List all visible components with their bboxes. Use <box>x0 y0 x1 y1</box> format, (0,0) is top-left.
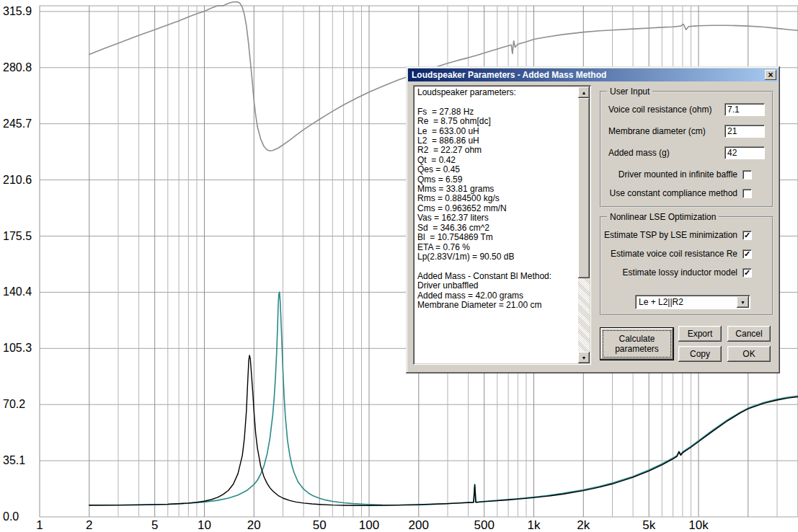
dialog-titlebar[interactable]: Loudspeaker Parameters - Added Mass Meth… <box>408 68 778 81</box>
y-tick-label: 140.4 <box>3 285 32 298</box>
checkbox-row: Estimate lossy inductor model ✓ <box>606 267 752 278</box>
x-tick-label: 5 <box>151 518 158 532</box>
voice-coil-resistance-label: Voice coil resistance (ohm) <box>608 105 711 115</box>
copy-button[interactable]: Copy <box>678 346 722 362</box>
x-tick-label: 1k <box>528 518 541 532</box>
user-input-group: User Input Voice coil resistance (ohm) M… <box>600 91 773 208</box>
limp-application-window: 1251020501002005001k2k5k10k0.035.170.210… <box>0 0 798 532</box>
ok-button[interactable]: OK <box>727 346 771 362</box>
added-mass-label: Added mass (g) <box>608 148 670 158</box>
export-button[interactable]: Export <box>678 326 722 342</box>
scrollbar-thumb[interactable] <box>578 98 590 278</box>
scroll-up-icon: ▲ <box>582 90 587 95</box>
y-tick-label: 245.7 <box>3 118 32 130</box>
membrane-diameter-label: Membrane diameter (cm) <box>608 126 706 136</box>
y-tick-label: 70.2 <box>3 398 25 410</box>
dialog-title: Loudspeaker Parameters - Added Mass Meth… <box>412 70 606 80</box>
constant-compliance-label: Use constant compliance method <box>610 188 737 198</box>
x-tick-label: 500 <box>474 518 495 532</box>
checkbox-row: Estimate TSP by LSE minimization ✓ <box>606 229 752 241</box>
estimate-re-label: Estimate voice coil resistance Re <box>611 249 737 259</box>
estimate-tsp-label: Estimate TSP by LSE minimization <box>604 230 737 240</box>
x-tick-label: 50 <box>313 518 327 532</box>
x-tick-label: 20 <box>247 518 261 532</box>
x-tick-label: 10 <box>198 518 211 532</box>
x-tick-label: 100 <box>359 518 379 532</box>
estimate-inductor-checkbox[interactable]: ✓ <box>742 268 752 278</box>
x-tick-label: 10k <box>688 518 709 532</box>
added-mass-input[interactable] <box>724 146 765 159</box>
x-tick-label: 200 <box>409 518 429 532</box>
scroll-down-icon: ▼ <box>582 355 587 360</box>
scroll-up-button[interactable]: ▲ <box>578 87 590 98</box>
dropdown-button[interactable]: ▼ <box>737 296 749 308</box>
y-tick-label: 0.0 <box>3 510 19 523</box>
infinite-baffle-checkbox[interactable] <box>742 170 752 179</box>
estimate-tsp-checkbox[interactable]: ✓ <box>742 231 752 240</box>
close-icon: × <box>768 71 773 79</box>
membrane-diameter-input[interactable] <box>724 125 765 138</box>
inductor-model-dropdown[interactable]: Le + L2||R2 ▼ <box>635 295 750 309</box>
x-tick-label: 1 <box>36 518 43 532</box>
y-tick-label: 35.1 <box>3 454 25 466</box>
checkbox-row: Estimate voice coil resistance Re ✓ <box>606 248 752 260</box>
checkbox-row: Use constant compliance method <box>606 187 752 199</box>
calculate-parameters-button[interactable]: Calculate parameters <box>600 327 674 360</box>
chevron-down-icon: ▼ <box>740 300 745 305</box>
field-row: Voice coil resistance (ohm) <box>608 102 765 117</box>
close-button[interactable]: × <box>765 70 776 80</box>
x-tick-label: 5k <box>642 518 655 532</box>
y-tick-label: 315.9 <box>3 5 32 17</box>
estimate-re-checkbox[interactable]: ✓ <box>742 249 752 259</box>
infinite-baffle-label: Driver mounted in infinite baffle <box>619 169 737 179</box>
loudspeaker-parameters-dialog: Loudspeaker Parameters - Added Mass Meth… <box>406 66 780 373</box>
y-tick-label: 175.5 <box>3 230 32 242</box>
nonlinear-lse-group: Nonlinear LSE Optimization Estimate TSP … <box>600 216 773 316</box>
scrollbar[interactable]: ▲ ▼ <box>578 87 590 363</box>
parameters-text: Loudspeaker parameters: Fs = 27.88 Hz Re… <box>417 88 577 362</box>
y-tick-label: 105.3 <box>3 342 32 354</box>
user-input-group-title: User Input <box>607 87 652 97</box>
inductor-model-value: Le + L2||R2 <box>636 297 737 307</box>
series-impedance-added-mass <box>89 355 798 505</box>
x-tick-label: 2 <box>86 518 92 532</box>
y-tick-label: 210.6 <box>3 174 32 186</box>
cancel-button[interactable]: Cancel <box>727 326 771 342</box>
field-row: Added mass (g) <box>608 146 765 160</box>
checkbox-row: Driver mounted in infinite baffle <box>606 169 752 180</box>
y-tick-label: 280.8 <box>3 61 32 74</box>
x-tick-label: 2k <box>577 518 590 532</box>
estimate-inductor-label: Estimate lossy inductor model <box>623 267 737 278</box>
constant-compliance-checkbox[interactable] <box>742 189 752 198</box>
nonlinear-lse-group-title: Nonlinear LSE Optimization <box>607 212 719 222</box>
voice-coil-resistance-input[interactable] <box>724 103 765 116</box>
scroll-down-button[interactable]: ▼ <box>578 352 590 363</box>
field-row: Membrane diameter (cm) <box>608 124 765 138</box>
parameters-text-panel[interactable]: Loudspeaker parameters: Fs = 27.88 Hz Re… <box>413 85 591 365</box>
